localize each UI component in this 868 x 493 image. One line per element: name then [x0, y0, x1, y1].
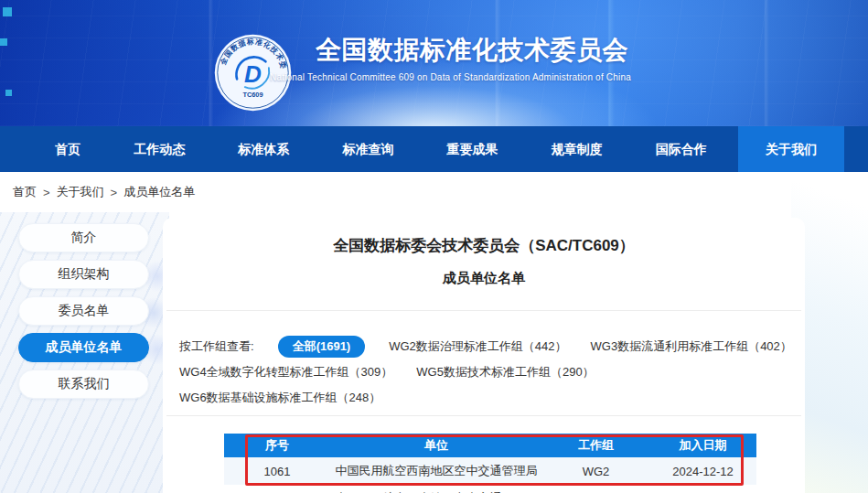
cell-join-date: 2024-12-12 [649, 485, 756, 493]
filter-option-wg3[interactable]: WG3数据流通利用标准工作组（402） [591, 335, 792, 359]
seal-code: TC609 [242, 91, 263, 99]
cell-workgroup: WG4 [542, 485, 649, 493]
seal-letter: D [244, 60, 262, 88]
table-header-row: 序号 单位 工作组 加入日期 [224, 434, 756, 457]
breadcrumb-current-page: 成员单位名单 [123, 184, 195, 200]
site-subtitle-en: National Technical Committee 609 on Data… [270, 72, 782, 82]
sidebar-item-member-units[interactable]: 成员单位名单 [18, 333, 149, 362]
cell-workgroup: WG2 [542, 457, 649, 485]
decor-square [0, 38, 7, 46]
filter-option-wg6[interactable]: WG6数据基础设施标准工作组（248） [179, 386, 380, 410]
filter-option-wg2[interactable]: WG2数据治理标准工作组（442） [389, 335, 566, 359]
cell-seq: 1061 [224, 457, 330, 485]
nav-item-home[interactable]: 首页 [33, 126, 102, 172]
filter-option-wg5[interactable]: WG5数据技术标准工作组（290） [416, 360, 594, 384]
content-card: 全国数据标委会技术委员会（SAC/TC609） 成员单位名单 按工作组查看: 全… [163, 218, 805, 493]
decor-square [3, 7, 12, 16]
breadcrumb: 首页 > 关于我们 > 成员单位名单 [0, 172, 868, 212]
site-title: 全国数据标准化技术委员会 [316, 33, 755, 68]
nav-item-international[interactable]: 国际合作 [634, 126, 729, 172]
sidebar-item-org-structure[interactable]: 组织架构 [18, 260, 149, 289]
sidebar: 简介 组织架构 委员名单 成员单位名单 联系我们 [18, 223, 149, 406]
nav-item-key-achievements[interactable]: 重要成果 [425, 126, 520, 172]
header-join-date: 加入日期 [649, 434, 756, 457]
sidebar-item-contact-us[interactable]: 联系我们 [18, 370, 149, 399]
table-row: 1061 中国民用航空西南地区空中交通管理局 WG2 2024-12-12 [224, 457, 756, 485]
nav-item-standard-system[interactable]: 标准体系 [216, 126, 311, 172]
divider [166, 310, 801, 311]
nav-item-work-news[interactable]: 工作动态 [112, 126, 207, 172]
header-unit: 单位 [330, 434, 542, 457]
workgroup-filter: 按工作组查看: 全部(1691) WG2数据治理标准工作组（442） WG3数据… [163, 335, 805, 410]
breadcrumb-home[interactable]: 首页 [13, 184, 37, 200]
filter-option-wg4[interactable]: WG4全域数字化转型标准工作组（309） [179, 360, 392, 384]
cell-unit: 中国民用航空西南地区空中交通管理局 [330, 485, 542, 493]
cell-seq: 1062 [224, 485, 330, 493]
page-subtitle: 成员单位名单 [163, 269, 805, 287]
divider [166, 415, 801, 416]
header-workgroup: 工作组 [542, 434, 649, 457]
filter-label: 按工作组查看: [179, 335, 254, 359]
decor-square [5, 90, 12, 96]
breadcrumb-about-us[interactable]: 关于我们 [57, 184, 104, 200]
nav-item-about-us[interactable]: 关于我们 [738, 126, 844, 172]
table-row: 1062 中国民用航空西南地区空中交通管理局 WG4 2024-12-12 [224, 485, 756, 493]
breadcrumb-separator: > [43, 186, 50, 199]
sidebar-item-committee-members[interactable]: 委员名单 [18, 296, 149, 326]
member-units-table: 序号 单位 工作组 加入日期 1061 中国民用航空西南地区空中交通管理局 WG… [224, 434, 756, 493]
page-title: 全国数据标委会技术委员会（SAC/TC609） [163, 236, 805, 256]
cell-join-date: 2024-12-12 [649, 457, 756, 485]
nav-item-regulations[interactable]: 规章制度 [530, 126, 625, 172]
site-banner: 全国数据标准化技术委员会 D TC609 全国数据标准化技术委员会 Nation… [0, 0, 868, 126]
cell-unit: 中国民用航空西南地区空中交通管理局 [330, 457, 542, 485]
breadcrumb-separator: > [111, 186, 118, 199]
header-seq: 序号 [224, 434, 330, 457]
nav-item-standard-query[interactable]: 标准查询 [320, 126, 415, 172]
main-nav: 首页 工作动态 标准体系 标准查询 重要成果 规章制度 国际合作 关于我们 [0, 126, 868, 172]
sidebar-item-intro[interactable]: 简介 [18, 223, 149, 252]
filter-option-all[interactable]: 全部(1691) [278, 336, 366, 358]
